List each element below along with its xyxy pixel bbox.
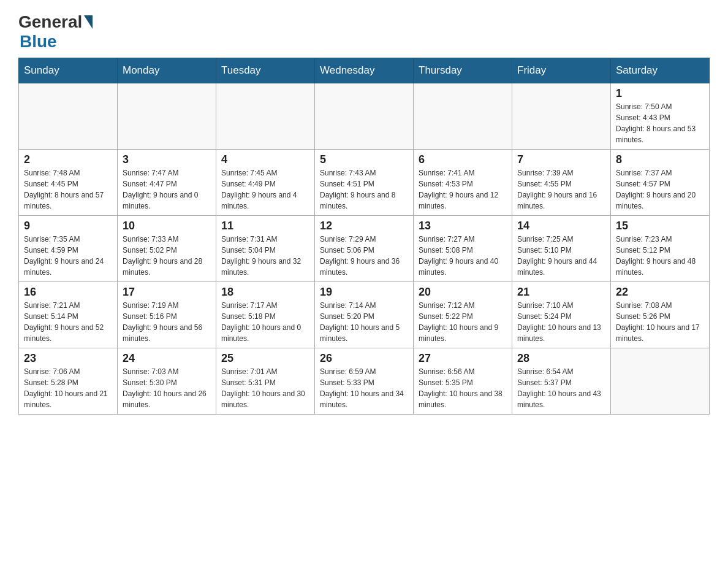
calendar-cell: 21Sunrise: 7:10 AM Sunset: 5:24 PM Dayli… bbox=[512, 282, 611, 348]
col-header-sunday: Sunday bbox=[19, 58, 118, 83]
day-info: Sunrise: 6:56 AM Sunset: 5:35 PM Dayligh… bbox=[419, 366, 507, 410]
day-info: Sunrise: 7:41 AM Sunset: 4:53 PM Dayligh… bbox=[419, 167, 507, 212]
day-number: 14 bbox=[517, 220, 605, 232]
day-number: 13 bbox=[419, 220, 507, 232]
day-number: 19 bbox=[320, 286, 408, 299]
day-info: Sunrise: 7:39 AM Sunset: 4:55 PM Dayligh… bbox=[517, 167, 605, 212]
day-info: Sunrise: 7:47 AM Sunset: 4:47 PM Dayligh… bbox=[123, 167, 211, 212]
day-number: 5 bbox=[320, 153, 408, 166]
day-info: Sunrise: 7:48 AM Sunset: 4:45 PM Dayligh… bbox=[24, 167, 112, 212]
day-number: 6 bbox=[419, 153, 507, 166]
logo-triangle-icon bbox=[84, 15, 93, 29]
calendar-cell: 17Sunrise: 7:19 AM Sunset: 5:16 PM Dayli… bbox=[118, 282, 216, 348]
calendar-cell: 5Sunrise: 7:43 AM Sunset: 4:51 PM Daylig… bbox=[315, 150, 414, 216]
calendar-cell: 27Sunrise: 6:56 AM Sunset: 5:35 PM Dayli… bbox=[414, 348, 512, 415]
day-info: Sunrise: 7:01 AM Sunset: 5:31 PM Dayligh… bbox=[221, 366, 309, 410]
calendar-cell: 4Sunrise: 7:45 AM Sunset: 4:49 PM Daylig… bbox=[216, 150, 315, 216]
day-number: 27 bbox=[419, 352, 507, 365]
page-header: General Blue bbox=[18, 12, 710, 52]
calendar-cell: 2Sunrise: 7:48 AM Sunset: 4:45 PM Daylig… bbox=[19, 150, 118, 216]
day-number: 10 bbox=[123, 220, 211, 232]
calendar-cell: 19Sunrise: 7:14 AM Sunset: 5:20 PM Dayli… bbox=[315, 282, 414, 348]
day-number: 12 bbox=[320, 220, 408, 232]
day-number: 11 bbox=[221, 220, 309, 232]
day-info: Sunrise: 7:23 AM Sunset: 5:12 PM Dayligh… bbox=[616, 234, 704, 278]
calendar-cell: 12Sunrise: 7:29 AM Sunset: 5:06 PM Dayli… bbox=[315, 216, 414, 282]
day-number: 25 bbox=[221, 352, 309, 365]
calendar-cell: 13Sunrise: 7:27 AM Sunset: 5:08 PM Dayli… bbox=[414, 216, 512, 282]
calendar-cell bbox=[19, 83, 118, 150]
day-info: Sunrise: 7:25 AM Sunset: 5:10 PM Dayligh… bbox=[517, 234, 605, 278]
calendar-header-row: SundayMondayTuesdayWednesdayThursdayFrid… bbox=[19, 58, 710, 83]
day-info: Sunrise: 7:10 AM Sunset: 5:24 PM Dayligh… bbox=[517, 300, 605, 344]
day-number: 17 bbox=[123, 286, 211, 299]
day-number: 1 bbox=[616, 87, 704, 100]
calendar-week-row: 2Sunrise: 7:48 AM Sunset: 4:45 PM Daylig… bbox=[19, 150, 710, 216]
calendar-cell: 26Sunrise: 6:59 AM Sunset: 5:33 PM Dayli… bbox=[315, 348, 414, 415]
day-info: Sunrise: 7:19 AM Sunset: 5:16 PM Dayligh… bbox=[123, 300, 211, 344]
calendar-cell: 16Sunrise: 7:21 AM Sunset: 5:14 PM Dayli… bbox=[19, 282, 118, 348]
calendar-cell bbox=[118, 83, 216, 150]
calendar-cell: 22Sunrise: 7:08 AM Sunset: 5:26 PM Dayli… bbox=[611, 282, 710, 348]
day-info: Sunrise: 7:17 AM Sunset: 5:18 PM Dayligh… bbox=[221, 300, 309, 344]
calendar-cell: 24Sunrise: 7:03 AM Sunset: 5:30 PM Dayli… bbox=[118, 348, 216, 415]
day-number: 23 bbox=[24, 352, 112, 365]
day-info: Sunrise: 7:50 AM Sunset: 4:43 PM Dayligh… bbox=[616, 101, 704, 145]
calendar-week-row: 9Sunrise: 7:35 AM Sunset: 4:59 PM Daylig… bbox=[19, 216, 710, 282]
calendar-cell bbox=[216, 83, 315, 150]
col-header-friday: Friday bbox=[512, 58, 611, 83]
day-number: 3 bbox=[123, 153, 211, 166]
calendar-cell: 15Sunrise: 7:23 AM Sunset: 5:12 PM Dayli… bbox=[611, 216, 710, 282]
day-info: Sunrise: 7:21 AM Sunset: 5:14 PM Dayligh… bbox=[24, 300, 112, 344]
day-number: 15 bbox=[616, 220, 704, 232]
logo: General Blue bbox=[18, 12, 93, 52]
calendar-cell: 28Sunrise: 6:54 AM Sunset: 5:37 PM Dayli… bbox=[512, 348, 611, 415]
day-number: 8 bbox=[616, 153, 704, 166]
calendar-cell bbox=[611, 348, 710, 415]
calendar-cell: 6Sunrise: 7:41 AM Sunset: 4:53 PM Daylig… bbox=[414, 150, 512, 216]
calendar-week-row: 23Sunrise: 7:06 AM Sunset: 5:28 PM Dayli… bbox=[19, 348, 710, 415]
day-number: 22 bbox=[616, 286, 704, 299]
col-header-tuesday: Tuesday bbox=[216, 58, 315, 83]
calendar-cell: 23Sunrise: 7:06 AM Sunset: 5:28 PM Dayli… bbox=[19, 348, 118, 415]
day-info: Sunrise: 7:45 AM Sunset: 4:49 PM Dayligh… bbox=[221, 167, 309, 212]
logo-general-part: General bbox=[18, 12, 82, 32]
calendar-cell: 11Sunrise: 7:31 AM Sunset: 5:04 PM Dayli… bbox=[216, 216, 315, 282]
day-number: 18 bbox=[221, 286, 309, 299]
day-info: Sunrise: 7:03 AM Sunset: 5:30 PM Dayligh… bbox=[123, 366, 211, 410]
calendar-cell bbox=[512, 83, 611, 150]
calendar-cell: 10Sunrise: 7:33 AM Sunset: 5:02 PM Dayli… bbox=[118, 216, 216, 282]
day-info: Sunrise: 7:43 AM Sunset: 4:51 PM Dayligh… bbox=[320, 167, 408, 212]
day-info: Sunrise: 7:14 AM Sunset: 5:20 PM Dayligh… bbox=[320, 300, 408, 344]
calendar-cell: 3Sunrise: 7:47 AM Sunset: 4:47 PM Daylig… bbox=[118, 150, 216, 216]
day-number: 28 bbox=[517, 352, 605, 365]
day-number: 9 bbox=[24, 220, 112, 232]
day-number: 2 bbox=[24, 153, 112, 166]
day-info: Sunrise: 7:06 AM Sunset: 5:28 PM Dayligh… bbox=[24, 366, 112, 410]
day-number: 26 bbox=[320, 352, 408, 365]
calendar-cell: 8Sunrise: 7:37 AM Sunset: 4:57 PM Daylig… bbox=[611, 150, 710, 216]
calendar-week-row: 16Sunrise: 7:21 AM Sunset: 5:14 PM Dayli… bbox=[19, 282, 710, 348]
col-header-wednesday: Wednesday bbox=[315, 58, 414, 83]
day-info: Sunrise: 7:29 AM Sunset: 5:06 PM Dayligh… bbox=[320, 234, 408, 278]
day-info: Sunrise: 7:33 AM Sunset: 5:02 PM Dayligh… bbox=[123, 234, 211, 278]
calendar-table: SundayMondayTuesdayWednesdayThursdayFrid… bbox=[18, 58, 710, 415]
day-info: Sunrise: 6:54 AM Sunset: 5:37 PM Dayligh… bbox=[517, 366, 605, 410]
col-header-monday: Monday bbox=[118, 58, 216, 83]
day-info: Sunrise: 7:35 AM Sunset: 4:59 PM Dayligh… bbox=[24, 234, 112, 278]
logo-blue-part: Blue bbox=[20, 32, 57, 52]
calendar-week-row: 1Sunrise: 7:50 AM Sunset: 4:43 PM Daylig… bbox=[19, 83, 710, 150]
day-number: 16 bbox=[24, 286, 112, 299]
calendar-cell: 14Sunrise: 7:25 AM Sunset: 5:10 PM Dayli… bbox=[512, 216, 611, 282]
calendar-cell: 1Sunrise: 7:50 AM Sunset: 4:43 PM Daylig… bbox=[611, 83, 710, 150]
day-info: Sunrise: 6:59 AM Sunset: 5:33 PM Dayligh… bbox=[320, 366, 408, 410]
day-number: 20 bbox=[419, 286, 507, 299]
calendar-cell bbox=[414, 83, 512, 150]
calendar-cell: 9Sunrise: 7:35 AM Sunset: 4:59 PM Daylig… bbox=[19, 216, 118, 282]
day-number: 24 bbox=[123, 352, 211, 365]
calendar-cell: 20Sunrise: 7:12 AM Sunset: 5:22 PM Dayli… bbox=[414, 282, 512, 348]
calendar-cell bbox=[315, 83, 414, 150]
calendar-cell: 7Sunrise: 7:39 AM Sunset: 4:55 PM Daylig… bbox=[512, 150, 611, 216]
day-info: Sunrise: 7:37 AM Sunset: 4:57 PM Dayligh… bbox=[616, 167, 704, 212]
day-number: 21 bbox=[517, 286, 605, 299]
